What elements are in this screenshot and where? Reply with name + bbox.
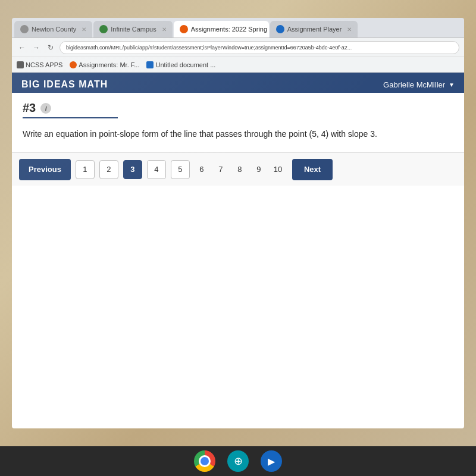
page-number-9: 9: [252, 165, 266, 174]
tab-favicon: [276, 25, 284, 33]
previous-button[interactable]: Previous: [19, 159, 71, 180]
tab-close-icon[interactable]: ✕: [347, 26, 352, 33]
bookmark-label: Untitled document ...: [155, 61, 215, 68]
tab-favicon: [180, 25, 188, 33]
address-bar[interactable]: bigideasmath.com/MRL/public/app/#/studen…: [60, 41, 459, 54]
page-button-2[interactable]: 2: [99, 160, 118, 179]
tab-label: Assignments: 2022 Spring (8th): [191, 26, 269, 33]
question-divider: [23, 117, 118, 118]
tab-close-icon[interactable]: ✕: [162, 26, 167, 33]
next-button[interactable]: Next: [292, 159, 333, 180]
bookmarks-bar: NCSS APPS Assignments: Mr. F... Untitled…: [12, 57, 464, 73]
question-area: #3 i Write an equation in point-slope fo…: [12, 93, 464, 186]
address-text: bigideasmath.com/MRL/public/app/#/studen…: [66, 45, 352, 51]
bookmark-label: Assignments: Mr. F...: [79, 61, 139, 68]
tab-assignments[interactable]: Assignments: 2022 Spring (8th) ✕: [174, 21, 269, 37]
chevron-down-icon: ▼: [449, 82, 455, 88]
bottom-navigation: Previous 1 2 3 4 5 6 7 8 9 10 Next: [12, 152, 464, 186]
refresh-button[interactable]: ↻: [45, 42, 56, 53]
screen: Newton County ✕ Infinite Campus ✕ Assign…: [12, 18, 464, 428]
bookmark-icon: [70, 61, 77, 68]
app-title: BIG IDEAS MATH: [21, 79, 108, 89]
question-number: #3 i: [23, 101, 453, 115]
page-button-5[interactable]: 5: [171, 160, 190, 179]
taskbar-icon-3[interactable]: ▶: [261, 450, 282, 472]
info-icon[interactable]: i: [40, 103, 51, 114]
bookmark-assignments[interactable]: Assignments: Mr. F...: [70, 61, 139, 68]
bookmark-label: NCSS APPS: [26, 61, 62, 68]
tab-favicon: [20, 25, 29, 33]
page-button-3[interactable]: 3: [123, 160, 142, 179]
page-button-4[interactable]: 4: [147, 160, 166, 179]
tab-label: Newton County: [32, 26, 76, 33]
app-logo: BIG IDEAS MATH: [21, 79, 108, 90]
app-content: #3 i Write an equation in point-slope fo…: [12, 93, 464, 428]
tab-close-icon[interactable]: ✕: [82, 26, 86, 33]
user-menu[interactable]: Gabrielle McMiller ▼: [383, 80, 455, 89]
chrome-icon[interactable]: [194, 450, 215, 472]
page-number-7: 7: [214, 165, 228, 174]
bookmark-untitled[interactable]: Untitled document ...: [146, 61, 215, 68]
laptop-frame: Newton County ✕ Infinite Campus ✕ Assign…: [0, 0, 476, 476]
tab-label: Infinite Campus: [111, 26, 156, 33]
page-number-10: 10: [271, 165, 285, 174]
bookmark-icon: [146, 61, 154, 68]
question-text: Write an equation in point-slope form of…: [23, 128, 453, 140]
bookmark-ncss[interactable]: NCSS APPS: [17, 61, 62, 68]
tab-label: Assignment Player: [287, 26, 342, 33]
page-number-8: 8: [233, 165, 247, 174]
tab-favicon: [99, 25, 108, 33]
page-button-1[interactable]: 1: [76, 160, 95, 179]
tab-assignment-player[interactable]: Assignment Player ✕: [270, 21, 358, 37]
bookmark-icon: [17, 61, 24, 68]
taskbar: ⊕ ▶: [0, 446, 476, 476]
tab-infinite-campus[interactable]: Infinite Campus ✕: [93, 21, 172, 37]
page-number-6: 6: [195, 165, 209, 174]
taskbar-icon-2[interactable]: ⊕: [227, 450, 249, 472]
username-label: Gabrielle McMiller: [383, 80, 445, 89]
back-button[interactable]: ←: [17, 42, 27, 53]
forward-button[interactable]: →: [31, 42, 42, 53]
browser-bar: ← → ↻ bigideasmath.com/MRL/public/app/#/…: [12, 38, 464, 57]
browser-tabs-bar: Newton County ✕ Infinite Campus ✕ Assign…: [12, 18, 464, 38]
question-number-text: #3: [23, 101, 36, 115]
tab-newton-county[interactable]: Newton County ✕: [14, 21, 92, 37]
